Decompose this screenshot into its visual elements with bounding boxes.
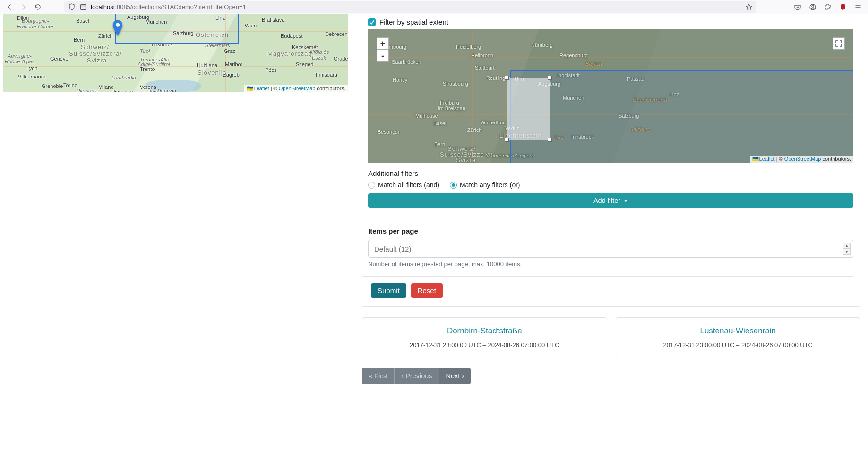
map-label: Stuttgart [475,65,495,70]
extensions-icon[interactable] [821,1,835,13]
ublock-icon[interactable] [836,1,850,13]
pager-next[interactable]: Next › [439,368,471,384]
map-label: Alföld és [309,49,329,55]
overview-bbox [115,14,239,44]
map-label: Graz [224,48,235,54]
map-label: Suisse/Svizzera/ [69,50,122,57]
map-label: Lyon [26,65,37,71]
bbox-handle-tr[interactable] [548,76,552,80]
result-title: Dornbirn-Stadtstraße [368,326,601,336]
svg-point-2 [812,5,814,7]
map-label: Maribor [225,61,242,67]
map-label: Nürnberg [531,42,553,48]
items-per-page-input[interactable] [368,240,853,258]
nav-forward-button[interactable] [17,1,30,13]
map-label: Wien [245,23,257,28]
map-label: Debrecen [325,31,348,37]
map-label: Pécs [265,67,276,73]
map-label: Franche-Comté [17,24,53,29]
pocket-icon[interactable] [791,1,805,13]
map-label: Észak [312,55,326,61]
map-label: Villeurbanne [18,74,47,79]
map-label: Budapest [281,33,302,39]
leaflet-link[interactable]: Leaflet [759,156,775,162]
zoom-in-button[interactable]: + [377,37,389,50]
filter-bbox[interactable] [507,78,550,140]
url-bar[interactable]: localhost:8085/collections/STACdemo?.ite… [64,1,756,13]
map-label: Bern [74,37,85,43]
map-label: Winterthur [481,120,505,125]
map-label: Bern [434,141,445,147]
map-label: Zürich [98,33,113,39]
divider [368,218,853,218]
map-label: Besançon [378,129,401,135]
svg-rect-0 [81,4,86,9]
map-label: Basel [433,121,447,126]
map-label: Tirol [140,48,150,54]
map-label: Basel [76,18,89,24]
map-label: Freiburg [440,100,459,105]
radio-match-all-input[interactable] [368,182,375,189]
bbox-handle-bl[interactable] [505,138,509,142]
result-daterange: 2017-12-31 23:00:00 UTC – 2024-08-26 07:… [368,341,601,349]
map-attribution: 🇺🇦 Leaflet | © OpenStreetMap contributor… [750,156,853,163]
additional-filters-title: Additional filters [368,169,853,177]
result-card[interactable]: Lustenau-Wiesenrain2017-12-31 23:00:00 U… [616,317,861,359]
filter-spatial-row[interactable]: Filter by spatial extent [368,18,853,26]
map-label: Bratislava [262,17,284,23]
map-label: Genève [50,56,69,61]
nav-back-button[interactable] [3,1,16,13]
map-label: Schweiz/ [81,44,109,51]
map-label: Svizra [87,57,107,64]
svg-point-3 [116,23,120,26]
map-label: Nancy [393,77,407,83]
nav-reload-button[interactable] [31,1,44,13]
bookmark-star-icon[interactable] [745,3,753,11]
submit-button[interactable]: Submit [371,283,406,298]
map-marker-icon[interactable] [112,20,123,36]
map-label: Slovenija [198,69,227,76]
stepper-up[interactable]: ▲ [843,243,851,249]
map-label: Adige/Südtirol [138,61,170,67]
filter-panel: Filter by spatial extent LuxembourgSaarb… [362,18,860,307]
leaflet-link[interactable]: Leaflet [254,86,269,91]
map-label: Ljubljana [197,62,217,68]
pager-first: « First [362,368,394,384]
map-label: Bayern [585,61,602,67]
map-label: Heidelberg [456,44,481,50]
pagination: « First ‹ Previous Next › [362,368,471,384]
result-card[interactable]: Dornbirn-Stadtstraße2017-12-31 23:00:00 … [362,317,607,359]
result-title: Lustenau-Wiesenrain [622,326,855,336]
bbox-handle-br[interactable] [548,138,552,142]
map-label: Svizra [456,157,476,163]
zoom-out-button[interactable]: - [377,50,389,62]
osm-link[interactable]: OpenStreetMap [279,86,316,91]
add-filter-button[interactable]: Add filter▼ [368,193,853,208]
collection-extent-bbox [510,70,853,163]
radio-match-all[interactable]: Match all filters (and) [368,181,439,189]
map-label: Magyarország [267,50,312,57]
results-grid: Dornbirn-Stadtstraße2017-12-31 23:00:00 … [362,317,860,359]
map-label: Rhône-Alpes [5,59,35,64]
account-icon[interactable] [806,1,820,13]
filter-spatial-checkbox[interactable] [368,18,376,26]
items-per-page-stepper: ▲ ▼ [843,243,851,255]
radio-match-any[interactable]: Match any filters (or) [450,181,520,189]
fullscreen-button[interactable] [833,37,845,50]
map-label: Piemonte [77,88,98,92]
map-label: Heilbronn [471,52,493,58]
app-menu-icon[interactable] [851,1,865,13]
radio-match-any-input[interactable] [450,182,457,189]
osm-link[interactable]: OpenStreetMap [784,156,821,162]
stepper-down[interactable]: ▼ [843,249,851,255]
map-label: Zürich [467,127,482,133]
map-label: Szeged [296,61,313,67]
reset-button[interactable]: Reset [411,283,443,298]
page-info-icon [79,3,87,11]
browser-chrome: localhost:8085/collections/STACdemo?.ite… [0,0,868,14]
spatial-extent-map[interactable]: LuxembourgSaarbrückenHeidelbergHeilbronn… [368,29,853,163]
overview-map[interactable]: BaselZürichSchweiz/Suisse/Svizzera/Svizr… [3,14,348,92]
map-label: Lombardia [112,75,136,80]
bbox-handle-tl[interactable] [505,76,509,80]
map-label: Mulhouse [415,113,438,119]
